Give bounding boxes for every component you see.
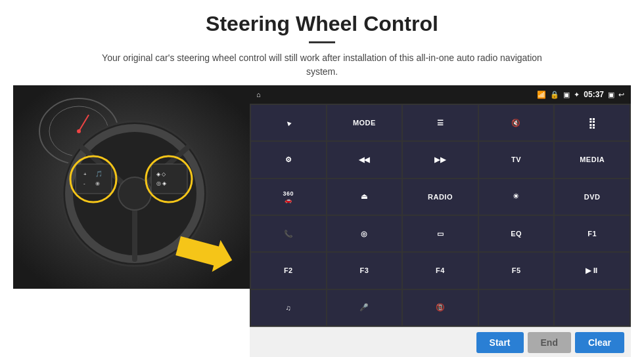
clear-button[interactable]: Clear: [575, 332, 624, 353]
home-icon: ⌂: [256, 91, 261, 98]
empty-btn-2[interactable]: [555, 290, 630, 326]
menu-icon: ☰: [437, 119, 444, 127]
empty-btn-1[interactable]: [479, 290, 554, 326]
media-button[interactable]: MEDIA: [555, 142, 630, 177]
svg-text:◈  ◇: ◈ ◇: [156, 171, 166, 177]
media-label: MEDIA: [580, 156, 605, 163]
start-button[interactable]: Start: [476, 332, 524, 353]
phone-icon: 📞: [284, 230, 294, 238]
cam360-icon: 360🚗: [283, 190, 294, 203]
svg-text:◎  ◈: ◎ ◈: [156, 180, 167, 186]
car-image: + - 🎵 ◉ ◈ ◇ ◎ ◈: [13, 85, 250, 289]
svg-rect-16: [151, 164, 187, 194]
f4-button[interactable]: F4: [403, 253, 478, 288]
mute-icon: 🔇: [511, 119, 521, 127]
browse-button[interactable]: ◎: [327, 216, 402, 251]
f2-button[interactable]: F2: [251, 253, 326, 288]
f1-label: F1: [587, 230, 597, 238]
apps-icon: ⣿: [588, 117, 597, 129]
page-title: Steering Wheel Control: [13, 12, 631, 36]
f5-label: F5: [512, 266, 521, 274]
brightness-button[interactable]: ☀: [479, 179, 554, 215]
eject-icon: ⏏: [361, 192, 368, 201]
status-left: ⌂: [256, 91, 261, 98]
dvd-button[interactable]: DVD: [555, 179, 630, 215]
wifi-icon: 📶: [537, 91, 546, 99]
f2-label: F2: [284, 266, 293, 274]
svg-text:🎵: 🎵: [95, 170, 103, 178]
brightness-icon: ☀: [513, 192, 520, 201]
eject-button[interactable]: ⏏: [327, 179, 402, 215]
eq-button[interactable]: EQ: [479, 216, 554, 251]
f4-label: F4: [436, 266, 445, 274]
navigate-button[interactable]: ▲: [251, 105, 326, 140]
sim-icon: ▣: [563, 91, 570, 99]
mute-button[interactable]: 🔇: [479, 105, 554, 140]
lock-icon: 🔒: [550, 91, 559, 99]
end-button[interactable]: End: [528, 332, 571, 353]
apps-button[interactable]: ⣿: [555, 105, 630, 140]
bluetooth-icon: ✦: [574, 91, 580, 99]
time-display: 05:37: [584, 90, 604, 99]
next-button[interactable]: ▶▶: [403, 142, 478, 177]
screen-icon: ▭: [437, 230, 444, 238]
mic-button[interactable]: 🎤: [327, 290, 402, 326]
status-bar: ⌂ 📶 🔒 ▣ ✦ 05:37 ▣ ↩: [250, 85, 631, 104]
f5-button[interactable]: F5: [479, 253, 554, 288]
prev-button[interactable]: ◀◀: [327, 142, 402, 177]
window-icon: ▣: [608, 91, 614, 99]
call-end-icon: 📵: [436, 303, 446, 312]
screen-button[interactable]: ▭: [403, 216, 478, 251]
mic-icon: 🎤: [359, 303, 369, 312]
bottom-bar: Start End Clear: [250, 327, 631, 357]
svg-rect-11: [76, 164, 112, 194]
svg-text:◉: ◉: [95, 180, 100, 186]
prev-icon: ◀◀: [359, 156, 370, 164]
dvd-label: DVD: [584, 193, 601, 201]
navigate-icon: ▲: [283, 117, 294, 129]
cam360-button[interactable]: 360🚗: [251, 179, 326, 215]
svg-text:-: -: [83, 180, 85, 186]
eq-label: EQ: [511, 230, 522, 238]
tv-label: TV: [511, 156, 521, 163]
android-panel: ⌂ 📶 🔒 ▣ ✦ 05:37 ▣ ↩: [250, 85, 631, 327]
f1-button[interactable]: F1: [555, 216, 630, 251]
button-grid: ▲ MODE ☰ 🔇 ⣿ ⚙: [250, 104, 631, 327]
call-end-button[interactable]: 📵: [403, 290, 478, 326]
settings-button[interactable]: ⚙: [251, 142, 326, 177]
mode-label: MODE: [353, 119, 376, 127]
music-button[interactable]: ♫: [251, 290, 326, 326]
header-section: Steering Wheel Control Your original car…: [0, 0, 644, 85]
f3-label: F3: [359, 266, 369, 274]
next-icon: ▶▶: [434, 156, 446, 164]
subtitle: Your original car's steering wheel contr…: [99, 51, 545, 79]
tv-button[interactable]: TV: [479, 142, 554, 177]
browse-icon: ◎: [361, 230, 368, 238]
back-icon: ↩: [618, 91, 624, 99]
radio-button[interactable]: RADIO: [403, 179, 478, 215]
play-pause-icon: ▶⏸: [586, 266, 599, 275]
settings-icon: ⚙: [285, 156, 292, 164]
status-right: 📶 🔒 ▣ ✦ 05:37 ▣ ↩: [537, 90, 624, 99]
content-area: + - 🎵 ◉ ◈ ◇ ◎ ◈: [0, 85, 644, 357]
radio-label: RADIO: [428, 193, 453, 201]
svg-text:+: +: [83, 171, 87, 177]
f3-button[interactable]: F3: [327, 253, 402, 288]
play-pause-button[interactable]: ▶⏸: [555, 253, 630, 288]
mode-button[interactable]: MODE: [327, 105, 402, 140]
steering-wheel-svg: + - 🎵 ◉ ◈ ◇ ◎ ◈: [13, 85, 250, 289]
title-divider: [309, 41, 335, 43]
page-container: Steering Wheel Control Your original car…: [0, 0, 644, 357]
phone-button[interactable]: 📞: [251, 216, 326, 251]
music-icon: ♫: [285, 304, 291, 312]
android-panel-wrapper: ⌂ 📶 🔒 ▣ ✦ 05:37 ▣ ↩: [250, 85, 631, 357]
menu-button[interactable]: ☰: [403, 105, 478, 140]
